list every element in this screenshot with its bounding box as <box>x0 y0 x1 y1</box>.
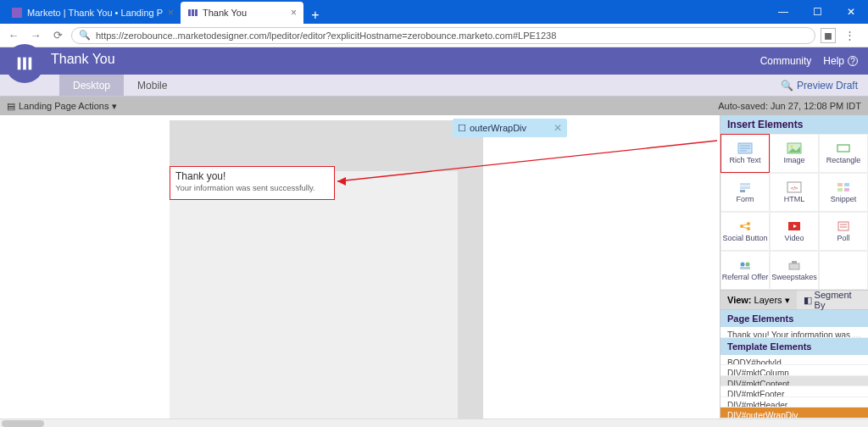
template-element-item[interactable]: BODY#bodyId <box>721 355 868 366</box>
close-icon[interactable]: × <box>291 7 297 19</box>
tab-title: Thank You <box>203 8 247 18</box>
svg-rect-4 <box>18 58 21 70</box>
view-tabs: Desktop Mobile 🔍 Preview Draft <box>0 75 868 97</box>
element-referral-offer[interactable]: Referral Offer <box>721 251 770 290</box>
url-input[interactable]: 🔍 https://zerobounce..marketodesigner.co… <box>71 27 815 44</box>
svg-point-14 <box>791 146 793 148</box>
rich-text-element[interactable]: Thank you! Your information was sent suc… <box>170 166 335 200</box>
element-video[interactable]: Video <box>770 212 819 251</box>
template-element-item[interactable]: DIV#mktHeader <box>721 397 868 408</box>
minimize-button[interactable]: — <box>766 0 800 24</box>
view-layers-dropdown[interactable]: View: Layers ▾ <box>721 291 797 309</box>
page-title: Thank You <box>51 52 115 67</box>
svg-rect-6 <box>29 58 32 70</box>
browser-tab-active[interactable]: Thank You × <box>181 2 303 24</box>
community-link[interactable]: Community <box>760 55 812 67</box>
back-button[interactable]: ← <box>5 27 22 44</box>
deselect-icon[interactable]: ✕ <box>554 122 562 134</box>
template-element-item[interactable]: DIV#mktColumn <box>721 365 868 376</box>
insert-elements-header: Insert Elements <box>721 115 868 134</box>
landing-page-actions-menu[interactable]: ▤ Landing Page Actions ▾ <box>7 101 117 112</box>
svg-rect-5 <box>23 58 26 70</box>
richtext-subtitle: Your information was sent successfully. <box>175 183 329 192</box>
scrollbar-thumb[interactable] <box>2 420 44 427</box>
element-rich-text[interactable]: Rich Text <box>721 134 770 173</box>
svg-point-27 <box>747 227 750 230</box>
app-logo[interactable] <box>5 44 44 83</box>
template-element-item[interactable]: DIV#mktContent <box>721 376 868 387</box>
svg-rect-24 <box>844 188 849 191</box>
browser-tabs: Marketo | Thank You • Landing P × Thank … <box>5 2 324 24</box>
header-links: Community Help? <box>760 55 858 67</box>
horizontal-scrollbar[interactable] <box>0 419 868 427</box>
selected-element-pill[interactable]: ☐ outerWrapDiv ✕ <box>453 119 567 137</box>
element-sweepstakes[interactable]: Sweepstakes <box>770 251 819 290</box>
url-text: https://zerobounce..marketodesigner.com/… <box>96 30 556 41</box>
element-form[interactable]: Form <box>721 173 770 212</box>
element-social-button[interactable]: Social Button <box>721 212 770 251</box>
autosave-status: Auto-saved: Jun 27, 12:08 PM IDT <box>718 101 861 111</box>
svg-rect-15 <box>837 145 849 152</box>
lock-icon: 🔍 <box>79 30 91 41</box>
element-snippet[interactable]: Snippet <box>819 173 868 212</box>
browser-titlebar: Marketo | Thank You • Landing P × Thank … <box>0 0 868 24</box>
svg-rect-1 <box>188 9 191 16</box>
segment-by-button[interactable]: ◧ Segment By <box>797 290 868 310</box>
svg-rect-22 <box>844 183 849 186</box>
canvas-content-area <box>170 171 458 419</box>
tab-mobile[interactable]: Mobile <box>124 75 181 96</box>
menu-icon[interactable]: ⋮ <box>841 27 858 44</box>
template-element-item-selected[interactable]: DIV#outerWrapDiv <box>721 408 868 419</box>
tab-favicon <box>12 8 22 18</box>
canvas-column <box>170 120 483 419</box>
preview-draft-button[interactable]: 🔍 Preview Draft <box>771 75 868 96</box>
svg-rect-2 <box>192 9 194 16</box>
right-panel: Insert Elements Rich Text Image Rectangl… <box>720 115 868 419</box>
svg-rect-38 <box>789 263 799 269</box>
template-elements-header: Template Elements <box>721 338 868 355</box>
chevron-down-icon: ▾ <box>112 101 117 112</box>
canvas[interactable]: Thank you! Your information was sent suc… <box>0 115 720 419</box>
tab-favicon <box>187 8 198 18</box>
svg-rect-17 <box>740 186 750 189</box>
segment-icon: ◧ <box>804 295 812 306</box>
reload-button[interactable]: ⟳ <box>49 27 66 44</box>
element-rectangle[interactable]: Rectangle <box>819 134 868 173</box>
svg-rect-18 <box>740 190 745 192</box>
element-poll[interactable]: Poll <box>819 212 868 251</box>
page-icon: ▤ <box>7 101 15 112</box>
element-empty <box>819 251 868 290</box>
workspace: Thank you! Your information was sent suc… <box>0 115 868 419</box>
svg-rect-3 <box>195 9 198 16</box>
forward-button[interactable]: → <box>27 27 44 44</box>
actions-bar: ▤ Landing Page Actions ▾ Auto-saved: Jun… <box>0 97 868 115</box>
help-link[interactable]: Help? <box>823 55 858 67</box>
page-element-item[interactable]: Thank you! Your information was sent s..… <box>721 327 868 338</box>
svg-rect-16 <box>740 183 750 186</box>
svg-rect-37 <box>740 267 750 269</box>
svg-rect-21 <box>837 183 843 186</box>
element-html[interactable]: </>HTML <box>770 173 819 212</box>
svg-point-35 <box>741 263 745 267</box>
profile-icon[interactable]: ◼ <box>821 28 836 43</box>
template-element-item[interactable]: DIV#mktFooter <box>721 386 868 397</box>
chevron-down-icon: ▾ <box>785 295 790 306</box>
app-header: Thank You Community Help? <box>0 47 868 75</box>
element-image[interactable]: Image <box>770 134 819 173</box>
svg-text:</>: </> <box>791 186 798 191</box>
tab-title: Marketo | Thank You • Landing P <box>27 8 163 18</box>
close-icon[interactable]: × <box>168 7 174 19</box>
insert-elements-grid: Rich Text Image Rectangle Form </>HTML S… <box>721 134 868 290</box>
maximize-button[interactable]: ☐ <box>800 0 834 24</box>
view-toggle-row: View: Layers ▾ ◧ Segment By <box>721 290 868 310</box>
svg-line-28 <box>743 225 748 226</box>
close-window-button[interactable]: ✕ <box>834 0 868 24</box>
search-icon: 🔍 <box>781 80 793 92</box>
svg-line-29 <box>743 227 748 229</box>
browser-tab-inactive[interactable]: Marketo | Thank You • Landing P × <box>5 2 181 24</box>
window-controls: — ☐ ✕ <box>766 0 868 24</box>
new-tab-button[interactable]: + <box>307 7 324 24</box>
tab-desktop[interactable]: Desktop <box>59 75 124 96</box>
page-elements-header: Page Elements <box>721 310 868 327</box>
svg-rect-32 <box>838 222 849 230</box>
